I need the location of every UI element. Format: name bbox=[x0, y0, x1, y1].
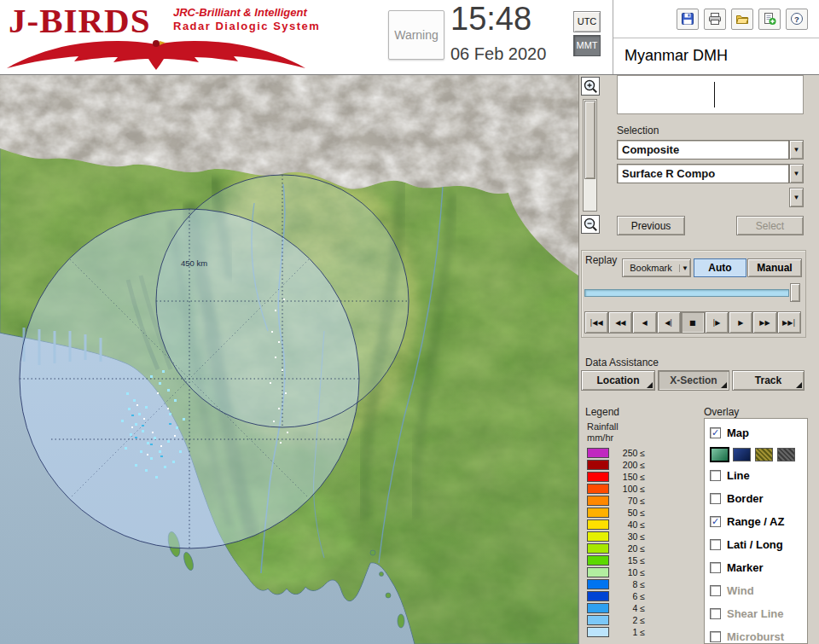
timezone-utc-button[interactable]: UTC bbox=[573, 11, 601, 32]
checkbox[interactable] bbox=[710, 470, 721, 481]
checkbox[interactable] bbox=[710, 539, 721, 550]
selection-label: Selection bbox=[617, 125, 659, 136]
legend-color-swatch bbox=[587, 567, 609, 577]
extra-dropdown[interactable]: ▼ bbox=[617, 188, 804, 207]
time-slider[interactable] bbox=[584, 282, 800, 303]
app-logo-title: J-BIRDS bbox=[9, 0, 150, 41]
overlay-item-microburst[interactable]: Microburst bbox=[710, 625, 807, 644]
zoom-scrollbar[interactable] bbox=[583, 99, 597, 212]
save-button[interactable] bbox=[677, 9, 699, 30]
map-style-terrain[interactable] bbox=[711, 448, 729, 461]
checkbox[interactable] bbox=[710, 585, 721, 596]
legend-value: 4 ≤ bbox=[613, 603, 645, 613]
overlay-item-map[interactable]: ✓Map bbox=[710, 421, 807, 444]
open-folder-button[interactable] bbox=[731, 9, 753, 30]
overlay-item-label: Border bbox=[727, 492, 764, 505]
chevron-down-icon[interactable]: ▼ bbox=[789, 164, 804, 183]
playback-step-forward-button[interactable]: |▶ bbox=[705, 311, 729, 334]
bookmark-button-label: Bookmark bbox=[623, 263, 679, 273]
legend-color-swatch bbox=[587, 603, 609, 613]
legend-color-swatch bbox=[587, 555, 609, 566]
zoom-out-button[interactable] bbox=[581, 215, 600, 234]
legend-color-swatch bbox=[587, 543, 609, 554]
playback-step-back-button[interactable]: ◀| bbox=[657, 311, 681, 334]
legend-row: 200 ≤ bbox=[587, 459, 681, 471]
composite-dropdown-value[interactable]: Composite bbox=[617, 140, 789, 160]
composite-dropdown[interactable]: Composite ▼ bbox=[617, 140, 804, 160]
bookmark-button[interactable]: Bookmark ▼ bbox=[622, 258, 691, 277]
legend-value: 150 ≤ bbox=[613, 472, 645, 482]
overlay-label: Overlay bbox=[704, 406, 739, 418]
map-style-olive[interactable] bbox=[755, 448, 773, 461]
overlay-item-label: Map bbox=[727, 426, 749, 439]
location-button[interactable]: Location bbox=[581, 370, 655, 391]
playback-stop-button[interactable]: ■ bbox=[681, 311, 705, 334]
legend-value: 2 ≤ bbox=[613, 615, 645, 625]
legend-row: 4 ≤ bbox=[587, 602, 681, 614]
overlay-item-line[interactable]: Line bbox=[710, 464, 807, 487]
previous-button[interactable]: Previous bbox=[617, 216, 685, 235]
image-plus-icon bbox=[763, 12, 776, 26]
overlay-item-shear-line[interactable]: Shear Line bbox=[710, 602, 807, 625]
map-style-dark[interactable] bbox=[777, 448, 795, 461]
legend-value: 70 ≤ bbox=[613, 496, 645, 506]
checkbox[interactable]: ✓ bbox=[710, 516, 721, 527]
checkbox[interactable] bbox=[710, 562, 721, 573]
time-slider-track[interactable] bbox=[584, 289, 789, 297]
checkbox[interactable] bbox=[710, 493, 721, 504]
jbirds-app: J-BIRDS JRC-Brilliant & Intelligent Rada… bbox=[0, 0, 819, 644]
header: J-BIRDS JRC-Brilliant & Intelligent Rada… bbox=[0, 0, 819, 75]
range-ring-label: 450 km bbox=[181, 258, 207, 268]
svg-text:?: ? bbox=[794, 15, 799, 24]
overlay-item-label: Wind bbox=[727, 584, 754, 597]
zoom-in-button[interactable] bbox=[581, 77, 600, 96]
playback-rewind-button[interactable]: ◀◀ bbox=[608, 311, 632, 334]
print-button[interactable] bbox=[704, 9, 726, 30]
checkbox[interactable] bbox=[710, 631, 721, 642]
legend-label: Legend bbox=[585, 406, 619, 418]
zoom-scrollbar-thumb[interactable] bbox=[584, 101, 595, 179]
checkbox[interactable]: ✓ bbox=[710, 427, 721, 438]
playback-play-button[interactable]: ▶ bbox=[729, 311, 752, 334]
x-section-button[interactable]: X-Section bbox=[658, 370, 729, 391]
overlay-item-marker[interactable]: Marker bbox=[710, 556, 807, 579]
warning-button[interactable]: Warning bbox=[388, 10, 444, 60]
select-button[interactable]: Select bbox=[736, 216, 804, 235]
overlay-item-wind[interactable]: Wind bbox=[710, 579, 807, 602]
playback-fast-forward-button[interactable]: ▶▶ bbox=[752, 311, 776, 334]
station-edit-box[interactable] bbox=[617, 75, 804, 114]
timezone-mmt-button[interactable]: MMT bbox=[573, 35, 601, 56]
chevron-down-icon[interactable]: ▼ bbox=[789, 188, 804, 207]
export-image-button[interactable] bbox=[758, 9, 781, 30]
playback-skip-end-button[interactable]: ▶▶| bbox=[777, 311, 801, 334]
track-button[interactable]: Track bbox=[732, 370, 804, 391]
legend-color-swatch bbox=[587, 615, 609, 625]
product-dropdown-value[interactable]: Surface R Compo bbox=[617, 164, 789, 183]
logo-tagline-2: Radar Dialogic System bbox=[173, 19, 320, 33]
overlay-item-lati-long[interactable]: Lati / Long bbox=[710, 533, 807, 556]
product-dropdown[interactable]: Surface R Compo ▼ bbox=[617, 164, 804, 183]
radar-map-canvas[interactable]: 450 km bbox=[0, 75, 578, 644]
manual-replay-button[interactable]: Manual bbox=[747, 258, 802, 277]
auto-replay-button[interactable]: Auto bbox=[694, 258, 746, 277]
legend-value: 20 ≤ bbox=[613, 543, 645, 554]
extra-dropdown-value[interactable] bbox=[617, 188, 789, 207]
playback-skip-start-button[interactable]: |◀◀ bbox=[584, 311, 608, 334]
legend-value: 1 ≤ bbox=[613, 627, 645, 637]
data-assistance-label: Data Assistance bbox=[585, 357, 659, 368]
checkbox[interactable] bbox=[710, 608, 721, 619]
playback-play-reverse-button[interactable]: ◀ bbox=[632, 311, 656, 334]
legend-unit-line1: Rainfall bbox=[587, 421, 619, 432]
legend-row: 30 ≤ bbox=[587, 531, 681, 542]
overlay-item-border[interactable]: Border bbox=[710, 487, 807, 510]
legend-value: 250 ≤ bbox=[613, 448, 645, 458]
legend-color-swatch bbox=[587, 531, 609, 542]
chevron-down-icon[interactable]: ▼ bbox=[789, 140, 804, 160]
help-button[interactable]: ? bbox=[786, 9, 808, 30]
legend-value: 40 ≤ bbox=[613, 519, 645, 530]
map-style-navy[interactable] bbox=[733, 448, 751, 461]
legend-value: 200 ≤ bbox=[613, 460, 645, 470]
legend-row: 1 ≤ bbox=[587, 626, 681, 638]
time-slider-thumb[interactable] bbox=[790, 283, 800, 302]
overlay-item-range-az[interactable]: ✓Range / AZ bbox=[710, 510, 807, 533]
